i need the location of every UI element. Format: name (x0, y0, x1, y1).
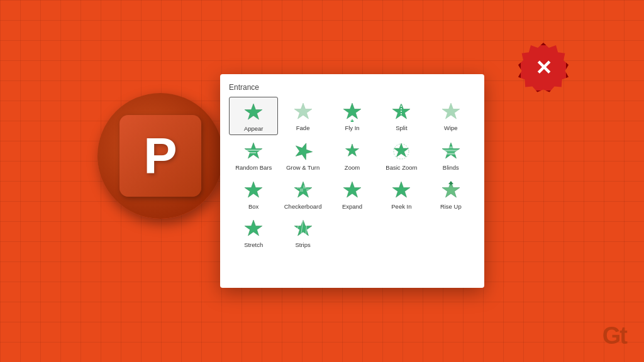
ppt-logo: P (97, 93, 223, 219)
svg-marker-7 (442, 103, 460, 119)
anim-label-split: Split (396, 124, 407, 131)
anim-label-rise-up: Rise Up (440, 203, 462, 210)
anim-label-random-bars: Random Bars (235, 164, 272, 171)
svg-rect-17 (443, 150, 458, 151)
anim-icon-grow-turn (292, 140, 314, 163)
anim-item-checkerboard[interactable]: Checkerboard (278, 175, 327, 212)
anim-label-stretch: Stretch (244, 241, 263, 248)
anim-item-fly-in[interactable]: Fly In (328, 97, 377, 135)
anim-item-random-bars[interactable]: Random Bars (229, 136, 278, 173)
anim-icon-fade (292, 101, 314, 123)
anim-item-box[interactable]: Box (229, 175, 278, 212)
svg-marker-4 (350, 121, 354, 122)
anim-icon-rise-up (440, 179, 462, 202)
anim-label-strips: Strips (295, 241, 310, 248)
anim-icon-box (242, 179, 265, 202)
anim-icon-zoom (341, 140, 364, 163)
svg-marker-1 (294, 103, 312, 119)
anim-item-zoom[interactable]: Zoom (328, 136, 377, 173)
anim-item-grow-turn[interactable]: Grow & Turn (278, 136, 327, 173)
anim-item-rise-up[interactable]: Rise Up (426, 175, 475, 212)
anim-label-wipe: Wipe (444, 124, 458, 131)
close-badge[interactable]: ✕ (518, 43, 569, 93)
svg-rect-21 (297, 185, 300, 189)
svg-marker-25 (343, 182, 361, 197)
anim-icon-expand (341, 179, 364, 202)
anim-icon-blinds (440, 140, 462, 163)
anim-icon-split (390, 101, 413, 123)
anim-icon-fly-in (341, 101, 364, 123)
anim-icon-checkerboard (292, 179, 314, 202)
svg-marker-29 (448, 181, 453, 184)
svg-rect-10 (246, 152, 256, 153)
svg-rect-16 (443, 146, 458, 148)
animation-panel: Entrance Appear Fade (220, 74, 484, 288)
close-icon: ✕ (535, 58, 552, 78)
anim-icon-basic-zoom (390, 140, 413, 163)
anim-icon-strips (292, 217, 314, 240)
anim-item-peek-in[interactable]: Peek In (377, 175, 426, 212)
anim-item-strips[interactable]: Strips (278, 214, 327, 251)
ppt-letter: P (143, 131, 177, 181)
anim-item-wipe[interactable]: Wipe (426, 97, 475, 135)
anim-label-expand: Expand (342, 203, 362, 210)
svg-rect-18 (443, 153, 458, 155)
ppt-logo-inner: P (119, 115, 201, 197)
anim-item-blinds[interactable]: Blinds (426, 136, 475, 173)
svg-rect-24 (306, 189, 309, 192)
close-badge-shape[interactable]: ✕ (518, 43, 569, 93)
anim-icon-wipe (440, 101, 462, 123)
svg-marker-2 (343, 103, 361, 119)
anim-label-peek-in: Peek In (391, 203, 411, 210)
svg-rect-23 (300, 189, 303, 192)
svg-marker-11 (293, 141, 313, 161)
anim-label-fly-in: Fly In (345, 124, 359, 131)
anim-label-zoom: Zoom (345, 164, 360, 171)
anim-icon-appear (242, 101, 265, 124)
svg-rect-22 (303, 185, 306, 189)
anim-icon-peek-in (390, 179, 413, 202)
anim-label-appear: Appear (244, 125, 264, 132)
svg-marker-0 (245, 104, 262, 119)
svg-marker-13 (394, 143, 409, 157)
anim-label-box: Box (248, 203, 258, 210)
animations-grid: Appear Fade Fly In (229, 97, 475, 251)
svg-rect-9 (246, 150, 261, 151)
gt-watermark: Gt (602, 322, 626, 349)
anim-label-checkerboard: Checkerboard (284, 203, 322, 210)
anim-item-stretch[interactable]: Stretch (229, 214, 278, 251)
svg-marker-26 (392, 182, 410, 197)
anim-icon-random-bars (242, 140, 265, 163)
svg-marker-30 (245, 220, 262, 236)
anim-label-grow-turn: Grow & Turn (286, 164, 319, 171)
anim-label-blinds: Blinds (443, 164, 459, 171)
anim-label-basic-zoom: Basic Zoom (386, 164, 417, 171)
anim-item-basic-zoom[interactable]: Basic Zoom (377, 136, 426, 173)
svg-marker-12 (345, 144, 358, 156)
panel-title: Entrance (229, 83, 475, 92)
svg-marker-19 (245, 182, 262, 197)
anim-item-split[interactable]: Split (377, 97, 426, 135)
anim-item-expand[interactable]: Expand (328, 175, 377, 212)
anim-icon-stretch (242, 217, 265, 240)
anim-item-appear[interactable]: Appear (229, 97, 278, 135)
anim-item-fade[interactable]: Fade (278, 97, 327, 135)
anim-label-fade: Fade (296, 124, 310, 131)
